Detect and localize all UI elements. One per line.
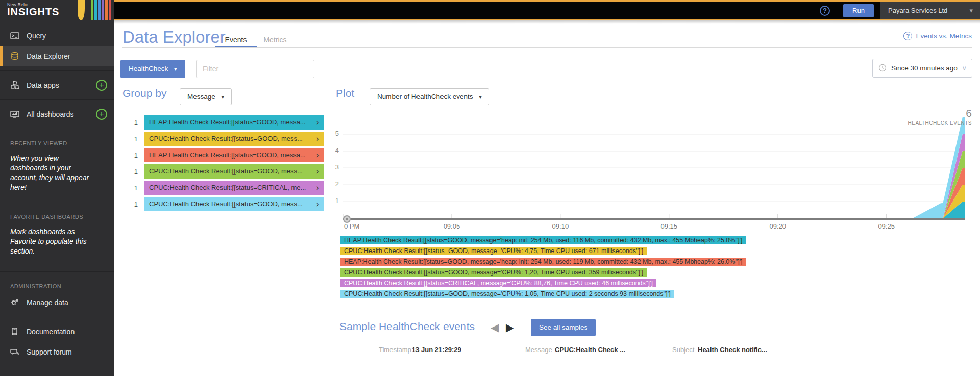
sidebar-item-query[interactable]: Query — [0, 26, 114, 46]
help-icon: ? — [903, 32, 912, 40]
group-by-attribute-label: Message — [187, 93, 215, 101]
add-dashboard-button[interactable]: + — [96, 109, 107, 120]
group-item[interactable]: CPUC:Health Check Result:[[status=GOOD, … — [144, 197, 324, 211]
group-count: 1 — [114, 184, 138, 192]
sidebar: Query Data Explorer Data apps + All dash… — [0, 20, 114, 376]
sidebar-item-support-forum[interactable]: Support forum — [0, 342, 114, 362]
nrql-query-text[interactable]: NRQL>SELECT count(message) FROM HealthCh… — [122, 2, 509, 19]
group-item[interactable]: CPUC:Health Check Result:[[status=GOOD, … — [144, 132, 324, 146]
timeseries-chart: 12345 0 PM09:0509:1009:1509:2009:25 — [343, 112, 967, 237]
sidebar-divider — [0, 271, 114, 272]
sidebar-item-label: Query — [27, 32, 46, 40]
sidebar-item-documentation[interactable]: Documentation — [0, 321, 114, 342]
group-row: 1 CPUC:Health Check Result:[[status=CRIT… — [114, 181, 329, 195]
group-item[interactable]: HEAP:Health Check Result:[[status=GOOD, … — [144, 115, 324, 130]
group-row: 1 CPUC:Health Check Result:[[status=GOOD… — [114, 197, 329, 211]
add-data-app-button[interactable]: + — [96, 80, 107, 91]
favorite-dashboards-note: Mark dashboards as Favorite to populate … — [0, 223, 105, 258]
logo-stripes-decoration — [90, 0, 111, 20]
sidebar-item-data-apps[interactable]: Data apps + — [0, 75, 114, 95]
plot-metric-dropdown[interactable]: Number of HealthCheck events ▾ — [370, 88, 489, 105]
account-name: Payara Services Ltd — [888, 7, 947, 14]
sidebar-divider — [0, 317, 114, 317]
x-tick-label: 09:10 — [540, 222, 581, 230]
group-item[interactable]: HEAP:Health Check Result:[[status=GOOD, … — [144, 148, 324, 162]
group-by-attribute-dropdown[interactable]: Message ▾ — [180, 88, 232, 105]
nrql-query-bar[interactable]: NRQL>SELECT count(message) FROM HealthCh… — [114, 0, 980, 20]
filter-input[interactable] — [196, 60, 314, 78]
group-by-list: 1 HEAP:Health Check Result:[[status=GOOD… — [114, 115, 329, 213]
logo-text: New Relic. INSIGHTS — [7, 2, 59, 17]
y-tick-label: 3 — [325, 163, 339, 171]
caret-down-icon: ▾ — [479, 94, 482, 101]
sidebar-divider — [0, 70, 114, 71]
group-count: 1 — [114, 200, 138, 208]
group-row: 1 HEAP:Health Check Result:[[status=GOOD… — [114, 148, 329, 162]
chat-icon — [10, 347, 20, 357]
database-icon — [10, 52, 20, 61]
chevron-right-icon: › — [316, 148, 320, 162]
sidebar-divider — [0, 99, 114, 100]
group-count: 1 — [114, 119, 138, 127]
caret-down-icon: ▾ — [222, 94, 225, 101]
group-item-label: HEAP:Health Check Result:[[status=GOOD, … — [149, 118, 306, 126]
chart-legend: HEAP:Health Check Result:[[status=GOOD, … — [340, 236, 746, 300]
x-tick-label: 09:20 — [757, 222, 798, 230]
events-vs-metrics-label: Events vs. Metrics — [916, 32, 972, 40]
see-all-samples-button[interactable]: See all samples — [531, 319, 596, 336]
timestamp-field-label: Timestamp — [379, 346, 411, 354]
legend-item: CPUC:Health Check Result:[[status=CRITIC… — [340, 279, 656, 287]
event-type-label: HealthCheck — [129, 65, 168, 72]
time-scrubber-handle[interactable] — [343, 215, 351, 223]
group-count: 1 — [114, 168, 138, 176]
run-button[interactable]: Run — [843, 4, 874, 17]
administration-header: ADMINISTRATION — [0, 276, 114, 292]
group-item[interactable]: CPUC:Health Check Result:[[status=GOOD, … — [144, 164, 324, 179]
recently-viewed-note: When you view dashboards in your account… — [0, 149, 100, 194]
group-item-label: CPUC:Health Check Result:[[status=GOOD, … — [149, 135, 303, 142]
group-row: 1 HEAP:Health Check Result:[[status=GOOD… — [114, 115, 329, 130]
recently-viewed-header: RECENTLY VIEWED — [0, 133, 114, 149]
sidebar-item-data-explorer[interactable]: Data Explorer — [0, 46, 114, 66]
events-vs-metrics-link[interactable]: ? Events vs. Metrics — [903, 32, 972, 40]
logo-product: INSIGHTS — [7, 6, 59, 17]
legend-item: HEAP:Health Check Result:[[status=GOOD, … — [340, 236, 746, 244]
chevron-down-icon: ∨ — [962, 59, 967, 77]
header-divider — [122, 47, 972, 48]
samples-heading: Sample HealthCheck events — [339, 320, 475, 333]
x-tick-label: 0 PM — [344, 222, 359, 230]
group-item-label: CPUC:Health Check Result:[[status=GOOD, … — [149, 200, 303, 208]
tab-events[interactable]: Events — [222, 36, 250, 44]
previous-sample-button[interactable]: ◀ — [491, 321, 499, 334]
gears-icon — [10, 298, 20, 307]
chevron-right-icon: › — [316, 197, 320, 211]
sidebar-item-label: Support forum — [27, 348, 72, 356]
chevron-right-icon: › — [316, 181, 320, 195]
app-logo[interactable]: New Relic. INSIGHTS — [0, 0, 114, 20]
sidebar-item-label: All dashboards — [27, 110, 74, 118]
tab-metrics[interactable]: Metrics — [260, 36, 290, 44]
legend-item: CPUC:Health Check Result:[[status=GOOD, … — [340, 268, 647, 277]
caret-down-icon: ▾ — [174, 66, 177, 72]
main-content: Data Explorer Events Metrics ? Events vs… — [114, 20, 980, 376]
total-events-count: 6 — [966, 107, 972, 119]
y-tick-label: 5 — [325, 130, 339, 137]
cubes-icon — [10, 81, 20, 90]
sidebar-item-manage-data[interactable]: Manage data — [0, 292, 114, 313]
chart-canvas — [343, 112, 965, 220]
next-sample-button[interactable]: ▶ — [506, 321, 514, 334]
legend-item: HEAP:Health Check Result:[[status=GOOD, … — [340, 258, 746, 266]
sidebar-item-all-dashboards[interactable]: All dashboards + — [0, 104, 114, 124]
event-type-dropdown[interactable]: HealthCheck ▾ — [120, 60, 185, 78]
x-tick-label: 09:05 — [431, 222, 472, 230]
account-dropdown[interactable]: Payara Services Ltd ▾ — [880, 2, 980, 19]
group-item-label: CPUC:Health Check Result:[[status=CRITIC… — [149, 184, 306, 191]
help-icon[interactable]: ? — [820, 6, 830, 16]
message-field-label: Message — [525, 346, 552, 354]
time-range-dropdown[interactable]: Since 30 minutes ago ∨ — [872, 59, 972, 78]
y-tick-label: 1 — [325, 197, 339, 205]
group-row: 1 CPUC:Health Check Result:[[status=GOOD… — [114, 164, 329, 179]
message-field-value: CPUC:Health Check ... — [555, 346, 625, 354]
group-row: 1 CPUC:Health Check Result:[[status=GOOD… — [114, 132, 329, 146]
group-item[interactable]: CPUC:Health Check Result:[[status=CRITIC… — [144, 181, 324, 195]
